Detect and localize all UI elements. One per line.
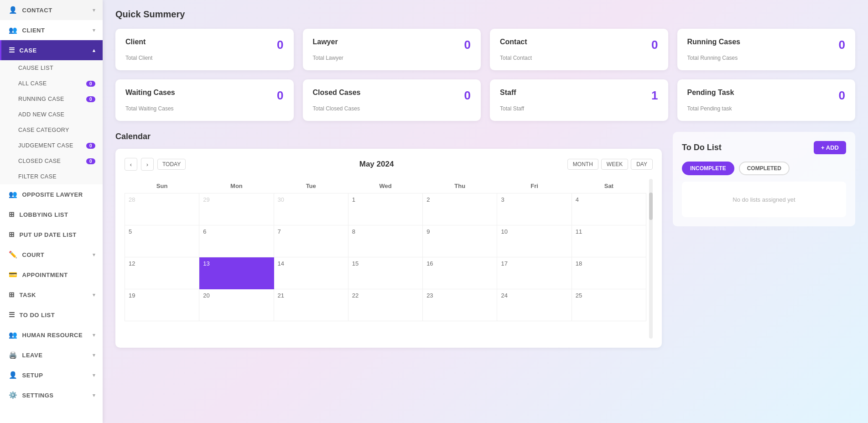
todo-content: No do lists assigned yet: [682, 182, 846, 217]
sidebar-label-task: TASK: [20, 292, 36, 298]
sidebar-sub-add-new-case[interactable]: ADD NEW CASE: [0, 107, 103, 122]
sidebar-item-case[interactable]: ☰ CASE ▴: [0, 40, 103, 60]
chevron-case: ▴: [93, 47, 96, 53]
appointment-icon: 💳: [9, 271, 18, 279]
cal-view-day-btn[interactable]: DAY: [631, 159, 653, 170]
sidebar-sub-running-case[interactable]: RUNNING CASE 0: [0, 91, 103, 107]
sidebar-label-client: CLIENT: [22, 27, 45, 34]
sidebar: 👤 CONTACT ▾ 👥 CLIENT ▾ ☰ CASE ▴ CAUSE LI…: [0, 0, 103, 423]
sidebar-item-settings[interactable]: ⚙️ SETTINGS ▾: [0, 385, 103, 405]
cal-cell-19[interactable]: 19: [125, 289, 199, 321]
cal-day-num: 9: [426, 228, 430, 235]
sidebar-sub-closed-case[interactable]: CLOSED CASE 0: [0, 153, 103, 169]
human-resource-icon: 👥: [9, 331, 18, 339]
sidebar-item-appointment[interactable]: 💳 APPOINTMENT: [0, 265, 103, 285]
cal-cell-5[interactable]: 5: [125, 225, 199, 257]
cal-scrollbar[interactable]: [649, 179, 653, 339]
case-submenu: CAUSE LIST ALL CASE 0 RUNNING CASE 0 ADD…: [0, 60, 103, 184]
cal-next-btn[interactable]: ›: [141, 158, 154, 171]
todo-tab-incomplete[interactable]: INCOMPLETE: [682, 162, 734, 175]
cal-cell-20[interactable]: 20: [199, 289, 274, 321]
contact-card: Contact 0 Total Contact: [490, 29, 668, 70]
cal-cell-25[interactable]: 25: [572, 289, 646, 321]
cal-day-wed: Wed: [348, 179, 422, 193]
cal-cell-28[interactable]: 28: [125, 193, 199, 225]
sidebar-item-lobbying-list[interactable]: ⊞ LOBBYING LIST: [0, 204, 103, 225]
running-cases-card-title: Running Cases: [687, 38, 740, 46]
cal-prev-btn[interactable]: ‹: [125, 158, 137, 171]
cal-cell-3[interactable]: 3: [497, 193, 572, 225]
case-category-label: CASE CATEGORY: [18, 127, 69, 133]
closed-cases-card-subtitle: Total Closed Cases: [313, 105, 471, 112]
sidebar-item-contact[interactable]: 👤 CONTACT ▾: [0, 0, 103, 20]
cal-cell-13[interactable]: 13: [199, 257, 274, 289]
cal-cell-6[interactable]: 6: [199, 225, 274, 257]
sidebar-item-to-do-list[interactable]: ☰ TO DO LIST: [0, 305, 103, 325]
cal-cell-23[interactable]: 23: [423, 289, 497, 321]
sidebar-item-human-resource[interactable]: 👥 HUMAN RESOURCE ▾: [0, 325, 103, 345]
cal-cell-9[interactable]: 9: [423, 225, 497, 257]
cal-cell-11[interactable]: 11: [572, 225, 646, 257]
sidebar-item-opposite-lawyer[interactable]: 👥 OPPOSITE LAWYER: [0, 184, 103, 204]
pending-task-card: Pending Task 0 Total Pending task: [677, 79, 856, 121]
cal-view-month-btn[interactable]: MONTH: [567, 159, 598, 170]
cal-day-num: 25: [576, 292, 582, 299]
calendar-card: ‹ › TODAY May 2024 MONTH WEEK DAY: [115, 149, 662, 348]
cal-cell-17[interactable]: 17: [497, 257, 572, 289]
client-icon: 👥: [9, 26, 18, 34]
sidebar-item-client[interactable]: 👥 CLIENT ▾: [0, 20, 103, 40]
cal-cell-16[interactable]: 16: [423, 257, 497, 289]
sidebar-item-put-up-date-list[interactable]: ⊞ PUT UP DATE LIST: [0, 225, 103, 245]
sidebar-sub-judgement-case[interactable]: JUDGEMENT CASE 0: [0, 138, 103, 153]
cal-day-num: 24: [501, 292, 507, 299]
todo-title: To Do List: [682, 143, 722, 152]
client-card-value: 0: [277, 38, 283, 52]
cal-cell-10[interactable]: 10: [497, 225, 572, 257]
cal-cell-22[interactable]: 22: [348, 289, 422, 321]
cal-cell-15[interactable]: 15: [348, 257, 422, 289]
todo-add-btn[interactable]: + ADD: [814, 141, 846, 154]
sidebar-label-put-up-date-list: PUT UP DATE LIST: [20, 231, 77, 238]
cal-today-btn[interactable]: TODAY: [157, 159, 186, 170]
chevron-settings: ▾: [93, 392, 96, 398]
staff-card-value: 1: [651, 89, 658, 103]
cal-cell-1[interactable]: 1: [348, 193, 422, 225]
all-case-badge: 0: [86, 81, 95, 87]
running-cases-card-subtitle: Total Running Cases: [687, 55, 846, 61]
cal-day-sat: Sat: [572, 179, 646, 193]
todo-empty-message: No do lists assigned yet: [733, 196, 795, 203]
cal-day-sun: Sun: [125, 179, 199, 193]
cal-cell-14[interactable]: 14: [274, 257, 348, 289]
cal-cell-12[interactable]: 12: [125, 257, 199, 289]
cal-cell-4[interactable]: 4: [572, 193, 646, 225]
chevron-leave: ▾: [93, 352, 96, 358]
sidebar-item-court[interactable]: ✏️ COURT ▾: [0, 245, 103, 265]
running-case-label: RUNNING CASE: [18, 96, 64, 102]
cal-day-num: 20: [203, 292, 209, 299]
sidebar-sub-cause-list[interactable]: CAUSE LIST: [0, 60, 103, 76]
cal-cell-24[interactable]: 24: [497, 289, 572, 321]
cal-cell-29[interactable]: 29: [199, 193, 274, 225]
cal-cell-18[interactable]: 18: [572, 257, 646, 289]
todo-header: To Do List + ADD: [682, 141, 846, 154]
running-case-badge: 0: [86, 96, 95, 102]
cal-day-num: 10: [501, 228, 507, 235]
cal-cell-8[interactable]: 8: [348, 225, 422, 257]
sidebar-sub-case-category[interactable]: CASE CATEGORY: [0, 122, 103, 138]
sidebar-sub-all-case[interactable]: ALL CASE 0: [0, 76, 103, 91]
cal-cell-7[interactable]: 7: [274, 225, 348, 257]
sidebar-sub-filter-case[interactable]: FILTER CASE: [0, 169, 103, 184]
todo-tab-completed[interactable]: COMPLETED: [739, 162, 790, 175]
cal-day-num: 2: [426, 196, 430, 203]
cal-view-week-btn[interactable]: WEEK: [601, 159, 628, 170]
sidebar-item-setup[interactable]: 👤 SETUP ▾: [0, 365, 103, 385]
setup-icon: 👤: [9, 371, 18, 379]
todo-section-wrap: To Do List + ADD INCOMPLETE COMPLETED No…: [673, 132, 855, 226]
cal-cell-21[interactable]: 21: [274, 289, 348, 321]
cal-cell-2[interactable]: 2: [423, 193, 497, 225]
closed-cases-card-value: 0: [464, 89, 471, 103]
cal-cell-30[interactable]: 30: [274, 193, 348, 225]
sidebar-item-task[interactable]: ⊞ TASK ▾: [0, 285, 103, 305]
waiting-cases-card-value: 0: [277, 89, 283, 103]
sidebar-item-leave[interactable]: 🖨️ LEAVE ▾: [0, 345, 103, 365]
